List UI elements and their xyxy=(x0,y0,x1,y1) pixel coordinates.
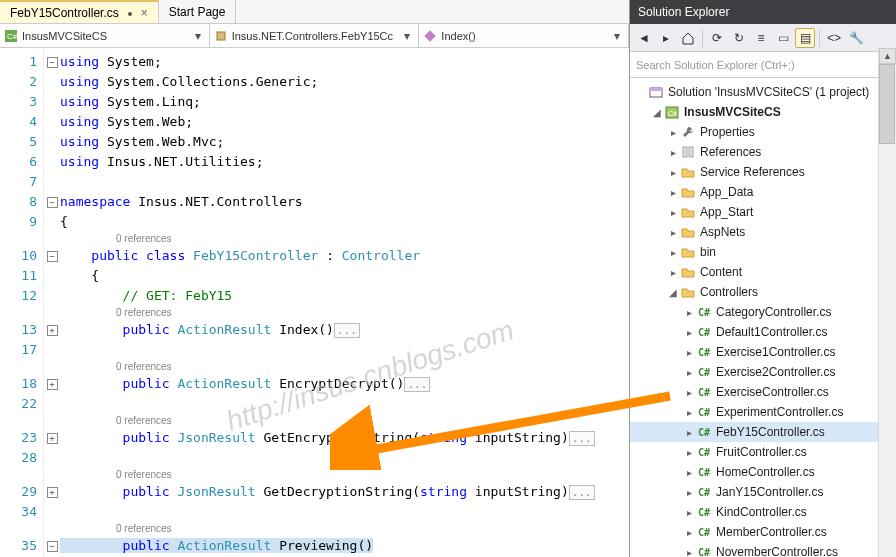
code-editor[interactable]: using System;using System.Collections.Ge… xyxy=(60,48,629,557)
tree-item[interactable]: ▸Properties xyxy=(630,122,896,142)
expand-toggle-icon[interactable]: ▸ xyxy=(666,187,680,198)
tree-item[interactable]: ▸C#NovemberController.cs xyxy=(630,542,896,557)
sync-icon[interactable]: ⟳ xyxy=(707,28,727,48)
tree-item[interactable]: ▸App_Start xyxy=(630,202,896,222)
tree-item[interactable]: ▸Service References xyxy=(630,162,896,182)
show-all-icon[interactable]: ▭ xyxy=(773,28,793,48)
expand-toggle-icon[interactable]: ▸ xyxy=(666,167,680,178)
expand-toggle-icon[interactable]: ▸ xyxy=(666,147,680,158)
tree-item[interactable]: ▸C#Default1Controller.cs xyxy=(630,322,896,342)
scroll-thumb[interactable] xyxy=(879,64,895,144)
expand-toggle-icon[interactable]: ▸ xyxy=(682,427,696,438)
tab-active-file[interactable]: FebY15Controller.cs × xyxy=(0,0,159,23)
tree-item-label: KindController.cs xyxy=(716,505,892,519)
folder-icon xyxy=(680,164,696,180)
svg-rect-3 xyxy=(217,32,225,40)
tab-label: Start Page xyxy=(169,5,226,19)
nav-member-combo[interactable]: Index() ▾ xyxy=(419,24,629,47)
tree-item[interactable]: ▸C#FebY15Controller.cs xyxy=(630,422,896,442)
tree-item[interactable]: ▸C#MemberController.cs xyxy=(630,522,896,542)
expand-toggle-icon[interactable]: ▸ xyxy=(666,267,680,278)
solexp-toolbar: ◄ ▸ ⟳ ↻ ≡ ▭ ▤ <> 🔧 xyxy=(630,24,896,52)
solexp-search[interactable] xyxy=(630,52,896,78)
expand-toggle-icon[interactable]: ◢ xyxy=(650,107,664,118)
home-icon[interactable] xyxy=(678,28,698,48)
fold-toggle[interactable]: + xyxy=(47,487,58,498)
tree-item[interactable]: ▸C#KindController.cs xyxy=(630,502,896,522)
properties-icon[interactable]: 🔧 xyxy=(846,28,866,48)
tree-item[interactable]: ◢C#InsusMVCSiteCS xyxy=(630,102,896,122)
expand-toggle-icon[interactable]: ▸ xyxy=(682,367,696,378)
tree-item[interactable]: ▸C#Exercise1Controller.cs xyxy=(630,342,896,362)
tab-start-page[interactable]: Start Page xyxy=(159,0,237,23)
codelens-references[interactable]: 0 references xyxy=(116,468,629,482)
tree-item[interactable]: ▸References xyxy=(630,142,896,162)
expand-toggle-icon[interactable]: ▸ xyxy=(666,127,680,138)
wrench-icon xyxy=(680,124,696,140)
expand-toggle-icon[interactable]: ▸ xyxy=(682,467,696,478)
expand-toggle-icon[interactable]: ▸ xyxy=(682,447,696,458)
codelens-references[interactable]: 0 references xyxy=(116,522,629,536)
codelens-references[interactable]: 0 references xyxy=(116,306,629,320)
expand-toggle-icon[interactable]: ▸ xyxy=(682,487,696,498)
fold-toggle[interactable]: − xyxy=(47,251,58,262)
codelens-references[interactable]: 0 references xyxy=(116,232,629,246)
fold-toggle[interactable]: + xyxy=(47,433,58,444)
expand-toggle-icon[interactable]: ▸ xyxy=(682,347,696,358)
refresh-icon[interactable]: ↻ xyxy=(729,28,749,48)
preview-icon[interactable]: ▤ xyxy=(795,28,815,48)
solution-explorer: Solution Explorer ◄ ▸ ⟳ ↻ ≡ ▭ ▤ <> 🔧 Sol… xyxy=(630,0,896,557)
expand-toggle-icon[interactable]: ▸ xyxy=(682,407,696,418)
cs-icon: C# xyxy=(696,384,712,400)
forward-icon[interactable]: ▸ xyxy=(656,28,676,48)
code-icon[interactable]: <> xyxy=(824,28,844,48)
tree-item[interactable]: ◢Controllers xyxy=(630,282,896,302)
solution-tree[interactable]: Solution 'InsusMVCSiteCS' (1 project)◢C#… xyxy=(630,78,896,557)
expand-toggle-icon[interactable]: ▸ xyxy=(666,207,680,218)
fold-toggle[interactable]: − xyxy=(47,197,58,208)
tree-item-label: AspNets xyxy=(700,225,892,239)
collapse-icon[interactable]: ≡ xyxy=(751,28,771,48)
tree-item[interactable]: ▸Content xyxy=(630,262,896,282)
pin-icon[interactable] xyxy=(125,8,135,18)
expand-toggle-icon[interactable]: ▸ xyxy=(682,387,696,398)
fold-toggle[interactable]: − xyxy=(47,541,58,552)
tree-item[interactable]: ▸C#HomeController.cs xyxy=(630,462,896,482)
tree-item[interactable]: ▸C#ExperimentController.cs xyxy=(630,402,896,422)
back-icon[interactable]: ◄ xyxy=(634,28,654,48)
expand-toggle-icon[interactable]: ◢ xyxy=(666,287,680,298)
svg-rect-9 xyxy=(683,147,687,157)
codelens-references[interactable]: 0 references xyxy=(116,360,629,374)
fold-toggle[interactable]: + xyxy=(47,325,58,336)
tree-item[interactable]: ▸bin xyxy=(630,242,896,262)
vertical-scrollbar[interactable]: ▲ xyxy=(878,48,896,557)
tree-item[interactable]: Solution 'InsusMVCSiteCS' (1 project) xyxy=(630,82,896,102)
close-icon[interactable]: × xyxy=(141,6,148,20)
expand-toggle-icon[interactable]: ▸ xyxy=(682,327,696,338)
tree-item[interactable]: ▸C#FruitController.cs xyxy=(630,442,896,462)
expand-toggle-icon[interactable]: ▸ xyxy=(666,227,680,238)
nav-class-combo[interactable]: Insus.NET.Controllers.FebY15Cc ▾ xyxy=(210,24,420,47)
expand-toggle-icon[interactable]: ▸ xyxy=(682,507,696,518)
expand-toggle-icon[interactable]: ▸ xyxy=(682,527,696,538)
search-input[interactable] xyxy=(636,59,890,71)
scroll-up-icon[interactable]: ▲ xyxy=(879,48,896,64)
folder-icon xyxy=(680,204,696,220)
class-icon xyxy=(214,29,228,43)
tree-item[interactable]: ▸App_Data xyxy=(630,182,896,202)
tree-item-label: Solution 'InsusMVCSiteCS' (1 project) xyxy=(668,85,892,99)
tree-item[interactable]: ▸C#JanY15Controller.cs xyxy=(630,482,896,502)
document-tabs: FebY15Controller.cs × Start Page xyxy=(0,0,629,24)
expand-toggle-icon[interactable]: ▸ xyxy=(682,307,696,318)
fold-toggle[interactable]: + xyxy=(47,379,58,390)
tree-item[interactable]: ▸C#CategoryController.cs xyxy=(630,302,896,322)
expand-toggle-icon[interactable]: ▸ xyxy=(682,547,696,558)
codelens-references[interactable]: 0 references xyxy=(116,414,629,428)
cs-icon: C# xyxy=(696,464,712,480)
tree-item[interactable]: ▸C#Exercise2Controller.cs xyxy=(630,362,896,382)
expand-toggle-icon[interactable]: ▸ xyxy=(666,247,680,258)
nav-project-combo[interactable]: C# InsusMVCSiteCS ▾ xyxy=(0,24,210,47)
fold-toggle[interactable]: − xyxy=(47,57,58,68)
tree-item[interactable]: ▸AspNets xyxy=(630,222,896,242)
tree-item[interactable]: ▸C#ExerciseController.cs xyxy=(630,382,896,402)
